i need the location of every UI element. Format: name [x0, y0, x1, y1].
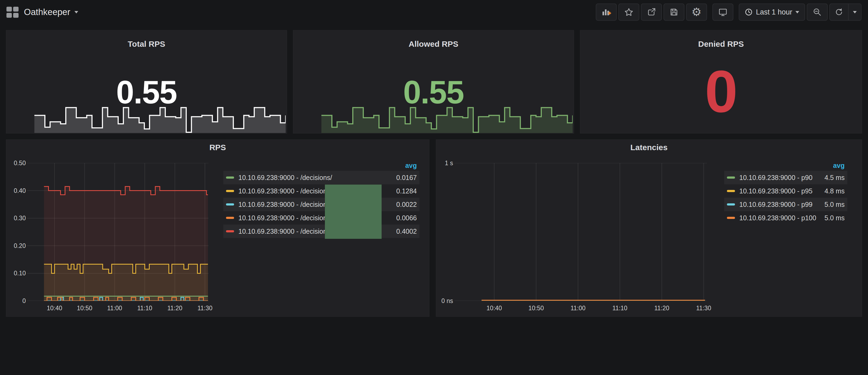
series-color-swatch[interactable]	[226, 204, 234, 206]
y-axis-tick-label: 0.20	[2, 242, 26, 250]
x-axis-tick-label: 11:10	[604, 305, 636, 312]
panel-latencies-graph: Latencies avg10.10.69.238:9000 - p904.5 …	[436, 139, 862, 317]
y-axis-tick-label: 0.30	[2, 215, 26, 222]
apps-grid-icon[interactable]	[6, 7, 19, 18]
legend-series-avg-value: 0.1284	[396, 187, 417, 195]
panel-allowed-rps: Allowed RPS 0.55	[293, 30, 574, 133]
refresh-interval-dropdown[interactable]	[849, 4, 861, 20]
navbar-right: ⚙ Last 1 hour	[590, 3, 862, 21]
series-color-swatch[interactable]	[727, 177, 735, 179]
legend-header-avg[interactable]: avg	[223, 160, 420, 171]
time-controls-group: Last 1 hour	[739, 3, 862, 21]
stat-value: 0	[580, 62, 862, 121]
star-icon	[624, 7, 634, 17]
rps-chart-plot[interactable]	[27, 163, 209, 301]
legend-series-avg-value: 4.8 ms	[825, 187, 845, 195]
legend-row: 10.10.69.238:9000 - p904.5 ms	[724, 171, 847, 184]
grid-square	[6, 7, 12, 11]
grid-square	[6, 13, 12, 18]
chevron-down-icon	[796, 11, 799, 13]
panel-rps-graph: RPS avg10.10.69.238:9000 - /decisions/0.…	[6, 139, 429, 317]
add-panel-button[interactable]	[596, 3, 617, 21]
redaction-overlay	[325, 185, 381, 239]
settings-button[interactable]: ⚙	[686, 3, 707, 21]
legend-row: 10.10.69.238:9000 - p954.8 ms	[724, 184, 847, 198]
tv-mode-button[interactable]	[712, 3, 733, 21]
legend-series-label[interactable]: 10.10.69.238:9000 - p95	[739, 187, 825, 195]
legend-row: 10.10.69.238:9000 - /decisions/0.0022	[223, 198, 420, 211]
latencies-legend-table: avg10.10.69.238:9000 - p904.5 ms10.10.69…	[724, 160, 847, 225]
chevron-down-icon	[853, 11, 857, 13]
refresh-button[interactable]	[830, 4, 848, 20]
legend-series-label[interactable]: 10.10.69.238:9000 - p99	[739, 201, 825, 209]
panel-title[interactable]: Denied RPS	[580, 39, 862, 49]
save-button[interactable]	[663, 3, 684, 21]
legend-series-avg-value: 0.0066	[396, 214, 417, 222]
navbar: Oathkeeper	[0, 0, 868, 24]
x-axis-tick-label: 10:40	[38, 305, 71, 312]
legend-series-label[interactable]: 10.10.69.238:9000 - p100	[739, 214, 825, 222]
time-range-label: Last 1 hour	[756, 8, 792, 17]
legend-series-avg-value: 0.0167	[396, 174, 417, 182]
rps-legend-table: avg10.10.69.238:9000 - /decisions/0.0167…	[223, 160, 420, 238]
dashboard-picker[interactable]: Oathkeeper	[24, 7, 78, 17]
y-axis-tick-label: 0 ns	[429, 298, 453, 305]
legend-row: 10.10.69.238:9000 - p995.0 ms	[724, 198, 847, 211]
total-rps-sparkline	[34, 99, 286, 133]
legend-header-avg[interactable]: avg	[724, 160, 847, 171]
y-axis-tick-label: 0.10	[2, 270, 26, 277]
time-range-picker[interactable]: Last 1 hour	[739, 3, 805, 21]
y-axis-tick-label: 0	[2, 298, 26, 305]
legend-row: 10.10.69.238:9000 - /decisions/0.0066	[223, 211, 420, 225]
x-axis-tick-label: 11:10	[129, 305, 161, 312]
navbar-left: Oathkeeper	[6, 7, 78, 18]
y-axis-tick-label: 0.50	[2, 160, 26, 167]
star-button[interactable]	[618, 3, 639, 21]
refresh-icon	[834, 7, 844, 17]
legend-row: 10.10.69.238:9000 - /decisions/0.1284	[223, 184, 420, 198]
x-axis-tick-label: 11:20	[159, 305, 191, 312]
share-button[interactable]	[641, 3, 662, 21]
legend-series-label[interactable]: 10.10.69.238:9000 - /decisions/	[238, 174, 396, 182]
zoom-out-icon	[812, 7, 822, 17]
clock-icon	[745, 8, 753, 16]
legend-series-avg-value: 5.0 ms	[825, 201, 845, 209]
x-axis-tick-label: 11:00	[562, 305, 594, 312]
legend-series-avg-value: 5.0 ms	[825, 214, 845, 222]
panel-title[interactable]: RPS	[6, 143, 429, 152]
series-color-swatch[interactable]	[727, 190, 735, 192]
legend-row: 10.10.69.238:9000 - /decisions/0.0167	[223, 171, 420, 184]
save-icon	[669, 7, 679, 17]
legend-series-avg-value: 0.0022	[396, 201, 417, 209]
series-color-swatch[interactable]	[226, 177, 234, 179]
y-axis-tick-label: 0.40	[2, 187, 26, 194]
panel-title[interactable]: Latencies	[436, 143, 862, 152]
grid-square	[13, 13, 19, 18]
legend-row: 10.10.69.238:9000 - p1005.0 ms	[724, 211, 847, 225]
legend-series-label[interactable]: 10.10.69.238:9000 - p90	[739, 174, 825, 182]
share-icon	[647, 7, 656, 17]
grid-square	[13, 7, 19, 11]
x-axis-tick-label: 11:00	[99, 305, 131, 312]
panel-title[interactable]: Allowed RPS	[293, 39, 574, 49]
legend-row: 10.10.69.238:9000 - /decisions/0.4002	[223, 225, 420, 238]
view-mode-group	[712, 3, 733, 21]
series-color-swatch[interactable]	[727, 217, 735, 219]
panel-title[interactable]: Total RPS	[6, 39, 287, 49]
panel-actions-group: ⚙	[596, 3, 707, 21]
x-axis-tick-label: 10:50	[68, 305, 101, 312]
allowed-rps-sparkline	[321, 99, 573, 133]
series-color-swatch[interactable]	[226, 217, 234, 219]
series-color-swatch[interactable]	[727, 204, 735, 206]
legend-series-avg-value: 0.4002	[396, 227, 417, 235]
series-color-swatch[interactable]	[226, 190, 234, 192]
x-axis-tick-label: 11:20	[646, 305, 678, 312]
series-color-swatch[interactable]	[226, 230, 234, 232]
add-panel-icon	[601, 7, 611, 17]
panel-total-rps: Total RPS 0.55	[6, 30, 287, 133]
latencies-chart-plot[interactable]	[455, 163, 707, 301]
y-axis-tick-label: 1 s	[429, 160, 453, 167]
chevron-down-icon	[74, 11, 78, 13]
zoom-out-button[interactable]	[807, 3, 828, 21]
legend-series-avg-value: 4.5 ms	[825, 174, 845, 182]
